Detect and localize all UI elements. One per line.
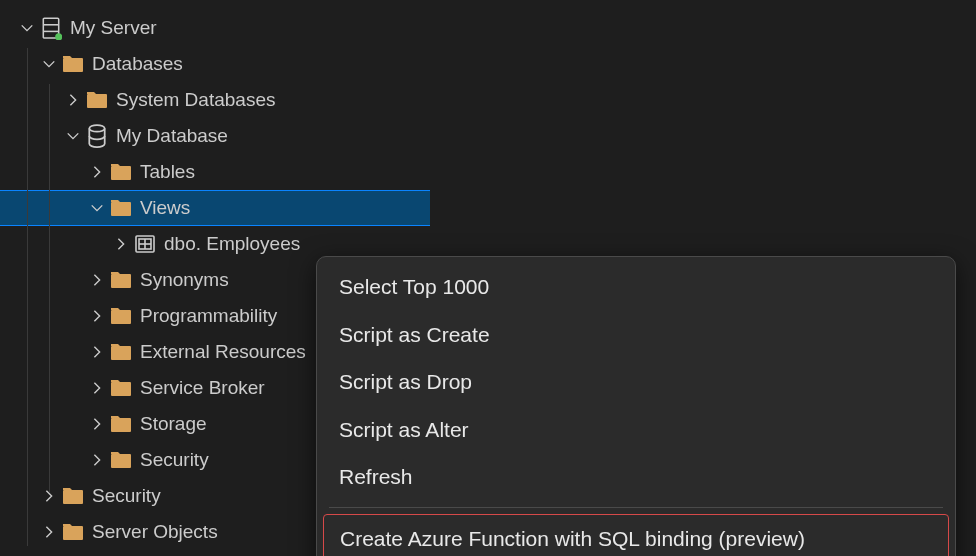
server-icon	[40, 17, 62, 39]
svg-rect-5	[87, 94, 107, 108]
tree-node-views[interactable]: Views	[0, 190, 430, 226]
database-icon	[86, 125, 108, 147]
folder-icon	[110, 269, 132, 291]
tree-label: System Databases	[116, 89, 275, 111]
folder-icon	[62, 53, 84, 75]
svg-point-6	[89, 125, 104, 132]
context-menu: Select Top 1000 Script as Create Script …	[316, 256, 956, 556]
svg-rect-4	[63, 58, 83, 72]
chevron-right-icon	[88, 343, 106, 361]
chevron-down-icon	[88, 199, 106, 217]
tree-label: My Server	[70, 17, 157, 39]
tree-label: My Database	[116, 125, 228, 147]
chevron-right-icon	[88, 163, 106, 181]
svg-rect-8	[111, 202, 131, 216]
tree-label: Programmability	[140, 305, 277, 327]
chevron-right-icon	[88, 451, 106, 469]
menu-item-script-create[interactable]: Script as Create	[317, 311, 955, 359]
menu-item-select-top[interactable]: Select Top 1000	[317, 263, 955, 311]
folder-icon	[110, 377, 132, 399]
chevron-down-icon	[40, 55, 58, 73]
chevron-right-icon	[88, 379, 106, 397]
svg-rect-13	[111, 274, 131, 288]
folder-icon	[110, 449, 132, 471]
tree-label: Server Objects	[92, 521, 218, 543]
tree-label: Security	[92, 485, 161, 507]
tree-node-system-databases[interactable]: System Databases	[0, 82, 430, 118]
menu-item-script-drop[interactable]: Script as Drop	[317, 358, 955, 406]
tree-node-server[interactable]: My Server	[0, 10, 430, 46]
chevron-down-icon	[64, 127, 82, 145]
tree-label: Tables	[140, 161, 195, 183]
menu-item-refresh[interactable]: Refresh	[317, 453, 955, 501]
tree-label: dbo. Employees	[164, 233, 300, 255]
chevron-right-icon	[40, 487, 58, 505]
tree-node-my-database[interactable]: My Database	[0, 118, 430, 154]
tree-label: Databases	[92, 53, 183, 75]
svg-rect-17	[111, 418, 131, 432]
chevron-right-icon	[88, 307, 106, 325]
tree-label: Synonyms	[140, 269, 229, 291]
folder-icon	[86, 89, 108, 111]
svg-point-3	[55, 33, 62, 40]
svg-rect-18	[111, 454, 131, 468]
chevron-right-icon	[88, 415, 106, 433]
svg-rect-19	[63, 490, 83, 504]
tree-node-databases[interactable]: Databases	[0, 46, 430, 82]
tree-label: External Resources	[140, 341, 306, 363]
svg-rect-15	[111, 346, 131, 360]
tree-label: Views	[140, 197, 190, 219]
folder-icon	[62, 521, 84, 543]
menu-item-script-alter[interactable]: Script as Alter	[317, 406, 955, 454]
chevron-right-icon	[88, 271, 106, 289]
tree-label: Storage	[140, 413, 207, 435]
chevron-right-icon	[40, 523, 58, 541]
folder-icon	[110, 305, 132, 327]
tree-label: Security	[140, 449, 209, 471]
svg-rect-16	[111, 382, 131, 396]
chevron-down-icon	[18, 19, 36, 37]
svg-rect-14	[111, 310, 131, 324]
folder-icon	[110, 161, 132, 183]
menu-separator	[329, 507, 943, 508]
tree-label: Service Broker	[140, 377, 265, 399]
view-icon	[134, 233, 156, 255]
folder-icon	[110, 341, 132, 363]
folder-icon	[110, 413, 132, 435]
chevron-right-icon	[64, 91, 82, 109]
folder-icon	[62, 485, 84, 507]
svg-rect-20	[63, 526, 83, 540]
folder-icon	[110, 197, 132, 219]
chevron-right-icon	[112, 235, 130, 253]
menu-item-create-azure-function[interactable]: Create Azure Function with SQL binding (…	[323, 514, 949, 557]
tree-node-tables[interactable]: Tables	[0, 154, 430, 190]
svg-rect-7	[111, 166, 131, 180]
